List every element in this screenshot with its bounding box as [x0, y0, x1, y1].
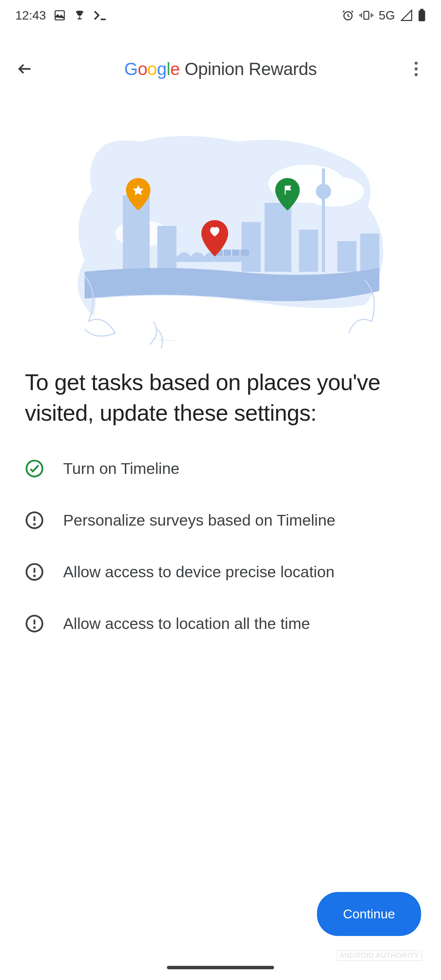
- svg-point-25: [34, 524, 35, 525]
- app-bar: Google Opinion Rewards: [0, 46, 441, 92]
- terminal-icon: [93, 9, 108, 21]
- alert-circle-icon: [25, 614, 44, 633]
- home-indicator: [167, 966, 274, 969]
- image-icon: [54, 9, 66, 21]
- back-button[interactable]: [13, 57, 36, 80]
- alert-circle-icon: [25, 511, 44, 530]
- setting-label: Turn on Timeline: [63, 460, 180, 478]
- continue-button[interactable]: Continue: [317, 892, 421, 936]
- svg-point-28: [34, 576, 35, 577]
- battery-icon: [418, 9, 426, 22]
- check-circle-icon: [25, 459, 44, 478]
- svg-rect-12: [299, 230, 318, 272]
- setting-item-location-always[interactable]: Allow access to location all the time: [25, 614, 416, 633]
- signal-icon: [400, 9, 413, 21]
- app-title: Google Opinion Rewards: [36, 59, 405, 79]
- svg-rect-3: [419, 10, 425, 21]
- setting-item-personalize[interactable]: Personalize surveys based on Timeline: [25, 511, 416, 530]
- status-time: 12:43: [15, 8, 46, 23]
- svg-rect-13: [360, 234, 379, 272]
- svg-point-31: [34, 627, 35, 628]
- setting-label: Personalize surveys based on Timeline: [63, 511, 335, 529]
- svg-rect-11: [265, 203, 291, 272]
- content: To get tasks based on places you've visi…: [0, 356, 441, 645]
- settings-list: Turn on Timeline Personalize surveys bas…: [25, 459, 416, 633]
- svg-rect-4: [420, 9, 424, 11]
- svg-rect-9: [157, 226, 176, 272]
- svg-rect-14: [337, 241, 356, 272]
- heading: To get tasks based on places you've visi…: [25, 368, 416, 428]
- setting-label: Allow access to location all the time: [63, 615, 310, 633]
- svg-point-16: [316, 184, 331, 199]
- setting-item-precise-location[interactable]: Allow access to device precise location: [25, 562, 416, 581]
- watermark: ANDROID AUTHORITY: [337, 951, 422, 961]
- status-bar: 12:43: [0, 0, 441, 31]
- status-right: 5G: [342, 8, 426, 23]
- svg-rect-10: [242, 222, 261, 272]
- status-left: 12:43: [15, 8, 108, 23]
- more-button[interactable]: [405, 57, 428, 80]
- network-label: 5G: [379, 8, 395, 23]
- vibrate-icon: [359, 10, 373, 21]
- alarm-icon: [342, 9, 354, 21]
- svg-rect-2: [364, 11, 369, 20]
- trophy-icon: [74, 9, 86, 21]
- setting-item-timeline[interactable]: Turn on Timeline: [25, 459, 416, 478]
- setting-label: Allow access to device precise location: [63, 563, 335, 581]
- svg-point-6: [303, 176, 364, 207]
- alert-circle-icon: [25, 562, 44, 581]
- google-logo: Google: [124, 59, 180, 79]
- cityscape-illustration: [46, 115, 395, 356]
